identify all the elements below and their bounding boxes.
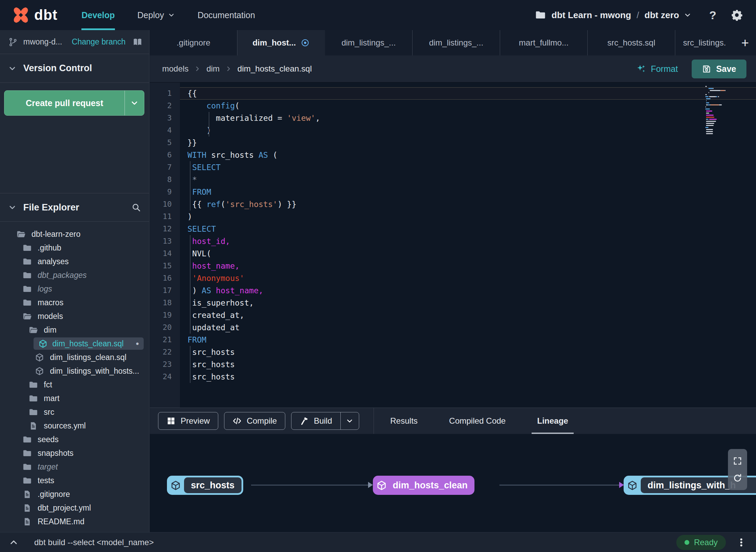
preview-button[interactable]: Preview xyxy=(158,412,218,430)
editor-tab[interactable]: dim_host... xyxy=(237,30,325,55)
code-line[interactable]: 16 'Anonymous' xyxy=(150,272,756,284)
fullscreen-icon[interactable] xyxy=(733,456,742,466)
code-editor[interactable]: 1{{2 config(3 materialized = 'view',4 )5… xyxy=(150,82,756,408)
kebab-menu-icon[interactable] xyxy=(736,537,746,548)
tree-item[interactable]: tests xyxy=(0,474,149,487)
code-line[interactable]: 7 SELECT xyxy=(150,161,756,174)
tree-item[interactable]: sources.yml xyxy=(0,419,149,433)
refresh-icon[interactable] xyxy=(733,473,742,483)
version-control-header[interactable]: Version Control xyxy=(0,54,149,83)
tree-item[interactable]: src xyxy=(0,405,149,419)
code-line[interactable]: 19 created_at, xyxy=(150,309,756,321)
format-button[interactable]: Format xyxy=(636,64,678,74)
build-main[interactable]: Build xyxy=(291,412,340,429)
tree-item[interactable]: .github xyxy=(0,241,149,255)
bottom-panel-bar: PreviewCompileBuild ResultsCompiled Code… xyxy=(150,408,756,434)
build-dropdown[interactable] xyxy=(340,412,359,429)
tree-item[interactable]: dbt-learn-zero xyxy=(0,227,149,241)
tree-item[interactable]: dbt_project.yml xyxy=(0,501,149,515)
nav-item-documentation[interactable]: Documentation xyxy=(197,0,255,30)
docs-book-icon[interactable] xyxy=(133,37,142,47)
code-line[interactable]: 14 NVL( xyxy=(150,247,756,260)
preview-main[interactable]: Preview xyxy=(158,412,218,429)
save-button[interactable]: Save xyxy=(692,60,746,78)
tree-item-label: src xyxy=(44,408,54,417)
breadcrumb-item[interactable]: dim_hosts_clean.sql xyxy=(237,64,312,74)
compile-button[interactable]: Compile xyxy=(224,412,285,430)
breadcrumb-item[interactable]: dim xyxy=(206,64,220,74)
editor-tab[interactable]: dim_listings_... xyxy=(325,30,413,55)
search-icon[interactable] xyxy=(131,203,141,212)
breadcrumb-item[interactable]: models xyxy=(162,64,188,74)
nav-item-deploy[interactable]: Deploy xyxy=(138,0,175,30)
code-line[interactable]: 9 FROM xyxy=(150,186,756,198)
editor-tab[interactable]: src_listings. xyxy=(675,30,734,55)
tree-item[interactable]: .gitignore xyxy=(0,487,149,501)
code-line[interactable]: 17 ) AS host_name, xyxy=(150,284,756,297)
tree-item[interactable]: README.md xyxy=(0,515,149,528)
code-line[interactable]: 18 is_superhost, xyxy=(150,297,756,309)
tree-item[interactable]: analyses xyxy=(0,255,149,268)
tree-item[interactable]: snapshots xyxy=(0,446,149,460)
new-tab-button[interactable]: + xyxy=(734,30,756,55)
lineage-node[interactable]: src_hosts xyxy=(167,476,243,495)
tree-item[interactable]: dbt_packages xyxy=(0,268,149,282)
panel-tab-results[interactable]: Results xyxy=(387,408,421,434)
code-line[interactable]: 15 host_name, xyxy=(150,260,756,272)
chevron-down-icon xyxy=(346,417,353,425)
code-line[interactable]: 4 ) xyxy=(150,124,756,137)
code-line[interactable]: 5}} xyxy=(150,137,756,149)
tree-item[interactable]: seeds xyxy=(0,433,149,446)
editor-tab[interactable]: src_hosts.sql xyxy=(588,30,675,55)
lineage-node[interactable]: dim_hosts_clean xyxy=(373,476,474,495)
code-line[interactable]: 2 config( xyxy=(150,100,756,112)
compile-main[interactable]: Compile xyxy=(224,412,285,429)
help-icon[interactable]: ? xyxy=(709,9,716,22)
tree-item[interactable]: dim_listings_clean.sql xyxy=(0,350,149,364)
editor-tab[interactable]: .gitignore xyxy=(150,30,237,55)
line-number: 3 xyxy=(150,112,180,124)
tree-item[interactable]: dim_hosts_clean.sql• xyxy=(0,337,149,350)
settings-gear-icon[interactable] xyxy=(731,9,743,21)
tree-item[interactable]: mart xyxy=(0,391,149,405)
code-line[interactable]: 23 src_hosts xyxy=(150,358,756,371)
code-line[interactable]: 3 materialized = 'view', xyxy=(150,112,756,124)
editor-minimap[interactable] xyxy=(705,86,750,135)
code-line[interactable]: 11) xyxy=(150,210,756,223)
code-line[interactable]: 20 updated_at xyxy=(150,321,756,334)
code-line[interactable]: 22 src_hosts xyxy=(150,346,756,358)
panel-tab-compiled-code[interactable]: Compiled Code xyxy=(446,408,509,434)
code-line[interactable]: 12SELECT xyxy=(150,223,756,235)
code-line[interactable]: 8 * xyxy=(150,174,756,186)
build-button[interactable]: Build xyxy=(291,412,359,430)
project-switcher[interactable]: dbt Learn - mwong / dbt zero xyxy=(535,10,691,21)
chevron-up-icon[interactable] xyxy=(9,538,18,547)
code-text: NVL( xyxy=(180,247,756,260)
nav-item-develop[interactable]: Develop xyxy=(81,0,115,30)
tree-item[interactable]: models xyxy=(0,309,149,323)
tree-item[interactable]: fct xyxy=(0,378,149,391)
pull-request-dropdown[interactable] xyxy=(125,91,144,115)
code-line[interactable]: 13 host_id, xyxy=(150,235,756,247)
create-pull-request-button[interactable]: Create pull request xyxy=(4,90,144,116)
tree-item[interactable]: dim xyxy=(0,323,149,337)
tree-item[interactable]: logs xyxy=(0,282,149,296)
code-line[interactable]: 24 src_hosts xyxy=(150,371,756,383)
change-branch-link[interactable]: Change branch xyxy=(72,37,126,47)
editor-tab[interactable]: mart_fullmo... xyxy=(500,30,588,55)
tree-item[interactable]: macros xyxy=(0,296,149,309)
tree-item[interactable]: target xyxy=(0,460,149,474)
lineage-graph[interactable]: src_hostsdim_hosts_cleandim_listings_wit… xyxy=(150,434,756,532)
panel-tab-lineage[interactable]: Lineage xyxy=(534,408,572,434)
tree-item[interactable]: dim_listings_with_hosts... xyxy=(0,364,149,378)
code-line[interactable]: 1{{ xyxy=(150,87,756,100)
code-line[interactable]: 10 {{ ref('src_hosts') }} xyxy=(150,198,756,210)
file-explorer-header[interactable]: File Explorer xyxy=(0,193,149,222)
editor-tab[interactable]: dim_listings_... xyxy=(413,30,500,55)
command-input[interactable]: dbt build --select <model_name> xyxy=(34,538,154,547)
tree-item-selected[interactable]: dim_hosts_clean.sql• xyxy=(34,337,144,350)
folder-open-icon xyxy=(16,230,26,239)
code-line[interactable]: 21FROM xyxy=(150,334,756,346)
code-line[interactable]: 6WITH src_hosts AS ( xyxy=(150,149,756,161)
create-pull-request-label[interactable]: Create pull request xyxy=(4,91,125,115)
